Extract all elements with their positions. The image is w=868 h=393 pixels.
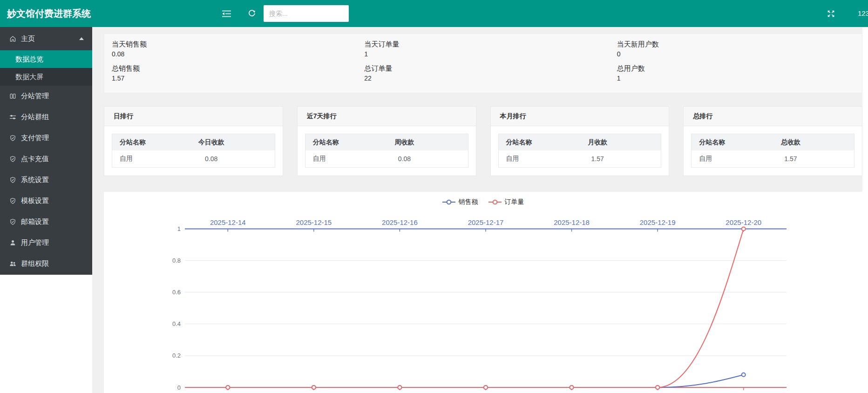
stat-value: 1.57 — [112, 73, 357, 83]
svg-text:1: 1 — [177, 225, 181, 232]
svg-text:2025-12-19: 2025-12-19 — [640, 218, 676, 226]
stat-label: 当天销售额 — [112, 40, 357, 49]
stat-cell-4: 总订单量22 — [357, 64, 609, 83]
chart-panel: 销售额订单量 00.20.40.60.812025-12-142025-12-1… — [104, 192, 862, 393]
stat-cell-1: 当天订单量1 — [357, 40, 609, 59]
sidebar-item-9[interactable]: 群组权限 — [0, 253, 92, 274]
home-icon — [9, 35, 16, 42]
sidebar-item-5[interactable]: 系统设置 — [0, 169, 92, 190]
cell-site-name: 自用 — [305, 155, 373, 163]
svg-text:2025-12-14: 2025-12-14 — [210, 218, 246, 226]
stat-label: 总订单量 — [364, 64, 609, 73]
sidebar-item-8[interactable]: 用户管理 — [0, 232, 92, 253]
shield-check-icon — [9, 176, 16, 183]
ranking-card-title: 总排行 — [684, 107, 862, 126]
ranking-card-body: 分站名称月收款自用1.57 — [491, 126, 669, 168]
ranking-card-title: 日排行 — [104, 107, 283, 126]
legend-item-0[interactable]: 销售额 — [442, 198, 478, 206]
sidebar-item-label: 系统设置 — [21, 176, 49, 184]
line-chart: 00.20.40.60.812025-12-142025-12-152025-1… — [104, 192, 862, 393]
stat-value: 1 — [364, 49, 609, 59]
legend-label: 销售额 — [459, 198, 478, 206]
sidebar-subitem-0-0[interactable]: 数据总览 — [0, 50, 92, 68]
stat-value: 0 — [617, 49, 862, 59]
svg-text:0.8: 0.8 — [172, 257, 181, 264]
search-box — [264, 5, 349, 22]
ranking-card-0: 日排行分站名称今日收款自用0.08 — [104, 106, 283, 176]
svg-text:0.4: 0.4 — [172, 320, 181, 327]
sliders-icon — [9, 114, 16, 121]
search-input[interactable] — [264, 5, 349, 22]
sidebar-item-2[interactable]: 分站群组 — [0, 107, 92, 128]
stat-label: 当天新用户数 — [617, 40, 862, 49]
col-header: 今日收款 — [180, 138, 242, 147]
svg-text:2025-12-16: 2025-12-16 — [382, 218, 418, 226]
legend-item-1[interactable]: 订单量 — [488, 198, 524, 206]
table-header-row: 分站名称周收款 — [305, 134, 468, 150]
legend-marker-icon — [488, 199, 502, 205]
ranking-card-1: 近7天排行分站名称周收款自用0.08 — [297, 106, 476, 176]
cell-amount: 0.08 — [180, 155, 242, 163]
fullscreen-icon[interactable] — [827, 10, 835, 18]
ranking-cards-row: 日排行分站名称今日收款自用0.08近7天排行分站名称周收款自用0.08本月排行分… — [104, 106, 862, 176]
topbar: 妙文馆付费进群系统 12345 — [0, 0, 868, 27]
col-header: 月收款 — [567, 138, 629, 147]
refresh-icon[interactable] — [248, 9, 256, 17]
shield-check-icon — [9, 197, 16, 204]
ranking-table: 分站名称总收款自用1.57 — [691, 134, 854, 168]
svg-text:2025-12-18: 2025-12-18 — [554, 218, 590, 226]
user-icon — [9, 239, 16, 246]
stat-label: 当天订单量 — [364, 40, 609, 49]
stat-label: 总销售额 — [112, 64, 357, 73]
cell-site-name: 自用 — [112, 155, 180, 163]
ranking-card-2: 本月排行分站名称月收款自用1.57 — [490, 106, 670, 176]
sidebar-item-6[interactable]: 模板设置 — [0, 190, 92, 211]
sidebar-item-1[interactable]: 分站管理 — [0, 86, 92, 107]
ranking-card-title: 本月排行 — [491, 107, 669, 126]
stat-value: 1 — [617, 73, 862, 83]
ranking-card-body: 分站名称周收款自用0.08 — [298, 126, 476, 168]
ranking-card-3: 总排行分站名称总收款自用1.57 — [683, 106, 862, 176]
username[interactable]: 12345 — [858, 0, 868, 27]
app-title: 妙文馆付费进群系统 — [7, 0, 91, 27]
collapse-menu-icon[interactable] — [222, 10, 231, 17]
shield-check-icon — [9, 218, 16, 225]
col-header: 分站名称 — [692, 138, 760, 147]
sidebar-item-label: 模板设置 — [21, 196, 49, 205]
sidebar-item-label: 主页 — [21, 34, 35, 43]
shield-check-icon — [9, 156, 16, 163]
table-row: 自用1.57 — [692, 150, 854, 167]
table-header-row: 分站名称总收款 — [692, 134, 854, 150]
ranking-card-title: 近7天排行 — [298, 107, 476, 126]
table-row: 自用1.57 — [499, 150, 661, 167]
cell-amount: 1.57 — [567, 155, 629, 163]
cell-amount: 1.57 — [760, 155, 822, 163]
sidebar-item-4[interactable]: 点卡充值 — [0, 149, 92, 169]
svg-text:0.6: 0.6 — [172, 289, 181, 296]
ranking-card-body: 分站名称今日收款自用0.08 — [104, 126, 283, 168]
sidebar-item-7[interactable]: 邮箱设置 — [0, 211, 92, 232]
sidebar-item-label: 分站群组 — [21, 113, 49, 122]
cell-amount: 0.08 — [373, 155, 435, 163]
table-header-row: 分站名称今日收款 — [112, 134, 275, 150]
sidebar-item-label: 用户管理 — [21, 238, 49, 247]
col-header: 总收款 — [760, 138, 822, 147]
ranking-table: 分站名称周收款自用0.08 — [305, 134, 468, 168]
col-header: 分站名称 — [112, 138, 180, 147]
ranking-card-body: 分站名称总收款自用1.57 — [684, 126, 862, 168]
columns-icon — [9, 93, 16, 100]
sidebar-item-label: 群组权限 — [21, 259, 49, 268]
stats-panel: 当天销售额0.08当天订单量1当天新用户数0总销售额1.57总订单量22总用户数… — [104, 34, 862, 93]
stat-cell-0: 当天销售额0.08 — [104, 40, 357, 59]
sidebar-subitem-0-1[interactable]: 数据大屏 — [0, 68, 92, 86]
cell-site-name: 自用 — [692, 155, 760, 163]
svg-text:2025-12-17: 2025-12-17 — [468, 218, 504, 226]
cell-site-name: 自用 — [499, 155, 567, 163]
sidebar-item-3[interactable]: 支付管理 — [0, 128, 92, 149]
sidebar-item-label: 分站管理 — [21, 92, 49, 101]
svg-text:0.2: 0.2 — [172, 352, 181, 359]
stat-cell-2: 当天新用户数0 — [610, 40, 862, 59]
sidebar-item-0[interactable]: 主页 — [0, 27, 92, 50]
table-row: 自用0.08 — [305, 150, 468, 167]
stat-value: 0.08 — [112, 49, 357, 59]
